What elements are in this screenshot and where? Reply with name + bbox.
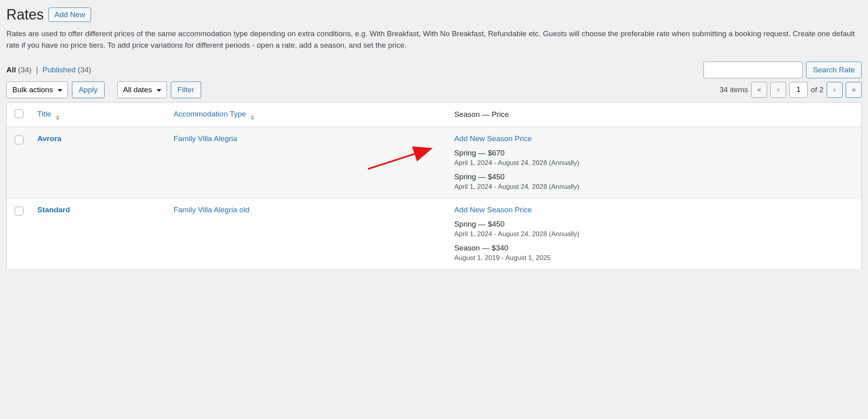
column-title[interactable]: Title (31, 102, 167, 127)
date-filter-select[interactable]: All dates (117, 81, 167, 98)
season-price-item: Season — $340 August 1, 2019 - August 1,… (454, 244, 855, 262)
prev-page-button[interactable]: ‹ (770, 82, 786, 98)
filter-published[interactable]: Published (34) (43, 66, 91, 74)
filter-all-count: (34) (18, 66, 32, 74)
season-price-item: Spring — $450 April 1, 2024 - August 24,… (454, 220, 855, 238)
add-new-button[interactable]: Add New (48, 8, 91, 22)
accommodation-link[interactable]: Family Villa Alegria old (174, 206, 250, 214)
column-season-price: Season — Price (448, 102, 862, 127)
add-season-price-link[interactable]: Add New Season Price (454, 134, 532, 143)
next-page-button[interactable]: › (827, 82, 843, 98)
page-title: Rates (6, 6, 44, 23)
column-title-label: Title (37, 110, 51, 118)
sort-icon (56, 115, 60, 120)
accommodation-link[interactable]: Family Villa Alegria (174, 134, 237, 143)
season-dates: April 1, 2024 - August 24, 2028 (Annuall… (454, 159, 855, 167)
items-count: 34 items (719, 85, 748, 94)
page-description: Rates are used to offer different prices… (6, 28, 862, 51)
select-all-checkbox[interactable] (15, 109, 23, 118)
season-dates: April 1, 2024 - August 24, 2028 (Annuall… (454, 183, 855, 191)
bulk-actions-select[interactable]: Bulk actions (6, 81, 68, 98)
filter-all[interactable]: All (34) (6, 66, 34, 74)
current-page-input[interactable] (789, 82, 808, 98)
last-page-button[interactable]: » (846, 82, 862, 98)
season-price-item: Spring — $450 April 1, 2024 - August 24,… (454, 173, 855, 191)
add-season-price-link[interactable]: Add New Season Price (454, 206, 532, 214)
season-dates: August 1, 2019 - August 1, 2025 (454, 254, 855, 262)
row-checkbox[interactable] (15, 136, 23, 144)
search-button[interactable]: Search Rate (806, 62, 862, 78)
row-checkbox[interactable] (15, 207, 23, 215)
column-accommodation-label: Accommodation Type (174, 110, 246, 118)
column-accommodation[interactable]: Accommodation Type (167, 102, 448, 127)
season-price-item: Spring — $670 April 1, 2024 - August 24,… (454, 149, 855, 167)
apply-button[interactable]: Apply (72, 81, 105, 98)
season-label: Season — $340 (454, 244, 855, 252)
sort-icon (250, 115, 254, 120)
season-label: Spring — $450 (454, 220, 855, 229)
table-row: Avrora Family Villa Alegria Add New Seas… (7, 127, 862, 198)
filter-published-count: (34) (78, 66, 91, 74)
season-dates: April 1, 2024 - August 24, 2028 (Annuall… (454, 230, 855, 238)
search-input[interactable] (703, 62, 803, 78)
filter-published-label: Published (43, 66, 76, 74)
filter-all-label: All (6, 66, 16, 74)
filter-button[interactable]: Filter (171, 81, 201, 98)
season-label: Spring — $450 (454, 173, 855, 181)
table-row: Standard Family Villa Alegria old Add Ne… (7, 198, 862, 269)
rate-title-link[interactable]: Standard (37, 206, 70, 214)
season-label: Spring — $670 (454, 149, 855, 157)
rate-title-link[interactable]: Avrora (37, 134, 62, 143)
status-filters: All (34) | Published (34) (6, 66, 91, 74)
rates-table: Title Accommodation Type Season — Price … (6, 102, 862, 270)
first-page-button[interactable]: « (751, 82, 767, 98)
filter-separator: | (34, 66, 41, 74)
page-of-text: of 2 (811, 85, 823, 94)
